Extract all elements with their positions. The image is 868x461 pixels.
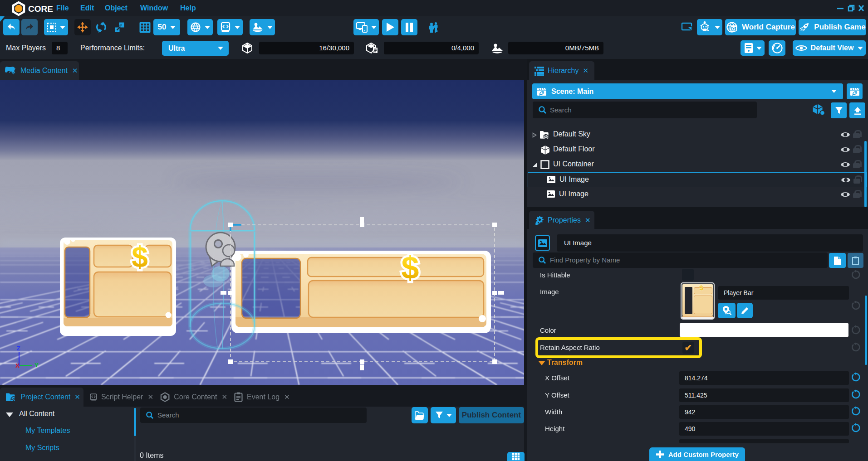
svg-text:X: X — [15, 362, 20, 369]
svg-text:$: $ — [402, 250, 419, 286]
svg-text:$: $ — [132, 241, 148, 273]
svg-text:Y: Y — [34, 362, 39, 369]
svg-text:CORE: CORE — [28, 4, 53, 14]
svg-text:Z: Z — [17, 345, 20, 352]
